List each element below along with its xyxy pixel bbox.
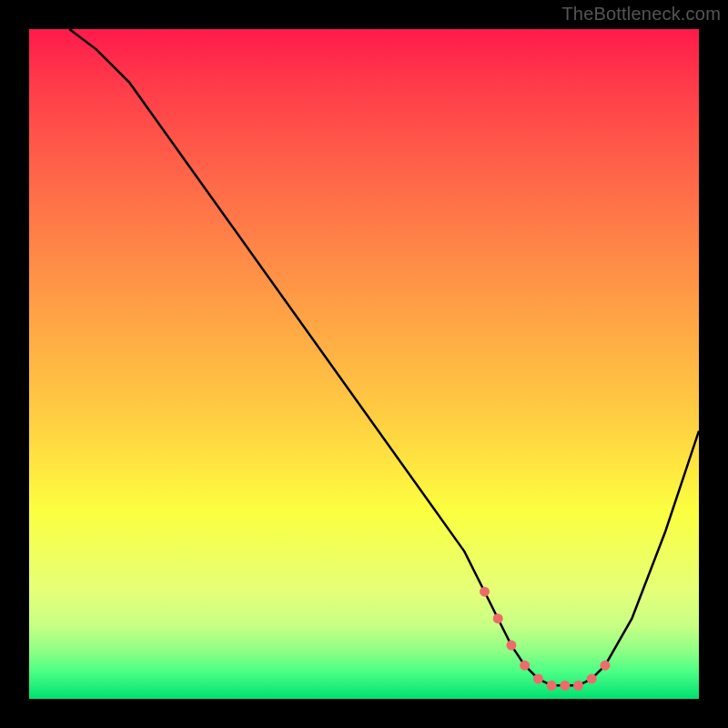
highlight-dot bbox=[480, 587, 490, 597]
highlight-dot bbox=[520, 661, 530, 671]
plot-area bbox=[29, 29, 699, 699]
highlight-dot bbox=[587, 673, 597, 683]
highlight-dot bbox=[601, 661, 611, 671]
highlight-dot bbox=[560, 681, 570, 691]
highlight-dot bbox=[533, 673, 543, 683]
curve-line bbox=[69, 29, 699, 685]
highlight-dot bbox=[573, 681, 583, 691]
watermark-text: TheBottleneck.com bbox=[561, 4, 721, 25]
highlight-dot bbox=[493, 613, 503, 623]
chart-frame: TheBottleneck.com bbox=[0, 0, 728, 728]
highlight-dot bbox=[506, 641, 516, 651]
highlight-dot bbox=[547, 681, 557, 691]
bottleneck-curve bbox=[29, 29, 699, 699]
highlight-markers bbox=[480, 587, 611, 691]
